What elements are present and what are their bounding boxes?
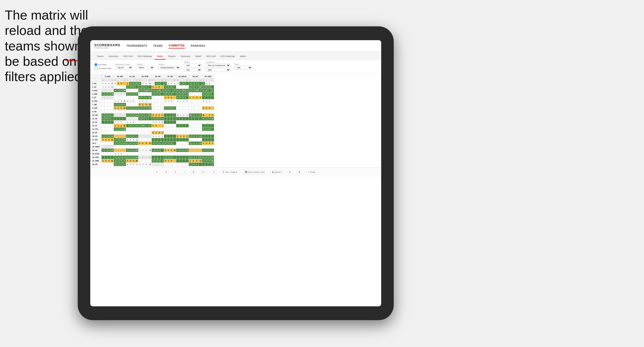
division-select[interactable]: NCAA Division I <box>158 66 180 70</box>
subnav-teams[interactable]: Teams <box>94 53 106 60</box>
matrix-cell <box>129 145 132 149</box>
wlt-ucb-dif: Dif <box>148 78 152 82</box>
matrix-cell <box>102 99 105 103</box>
nav-tournaments[interactable]: TOURNAMENTS <box>126 43 147 48</box>
wlt-ucla-w: W <box>176 78 179 82</box>
matrix-cell <box>108 121 111 124</box>
matrix-cell <box>132 103 135 106</box>
redo-button[interactable]: ↻ <box>164 170 169 174</box>
matrix-cell <box>167 117 170 121</box>
max-teams-select[interactable]: Top 25 <box>115 66 133 70</box>
matrix-cell <box>195 145 199 149</box>
subnav-h2h-grid1[interactable]: H2H Grid <box>121 53 135 60</box>
tablet-screen: SCOREBOARD Powered by clippd TOURNAMENTS… <box>90 40 381 306</box>
matrix-cell: 0 <box>182 92 185 96</box>
matrix-cell <box>185 121 189 124</box>
subnav-summary1[interactable]: Summary <box>106 53 121 60</box>
matrix-cell <box>192 110 195 113</box>
matrix-cell: 0 <box>144 85 148 89</box>
matrix-cell: 1 <box>202 92 205 96</box>
matrix-cell <box>105 96 108 99</box>
matrix-cell <box>126 89 129 92</box>
subnav-matrix2[interactable]: Matrix <box>237 53 249 60</box>
matrix-cell <box>148 92 152 96</box>
subnav-h2h-heatmap1[interactable]: H2H Heatmap <box>135 53 154 60</box>
refresh-button[interactable]: ⟳ <box>173 170 178 174</box>
matrix-container[interactable]: 3. ASU 10. UW 11. UA 22. UCB 24. UO 27. … <box>90 74 381 167</box>
col-uu: 54. UU <box>189 75 202 78</box>
wlt-uu-t: T <box>195 78 199 82</box>
matrix-cell <box>111 89 114 92</box>
compact-view-radio[interactable] <box>94 67 98 70</box>
matrix-cell: 26 <box>141 124 144 128</box>
save-custom-view-button[interactable]: 💾 Save Custom View <box>243 170 267 174</box>
view-original-button[interactable]: 👁 View: Original <box>220 170 239 174</box>
matrix-cell: 0 <box>105 92 108 96</box>
matrix-cell <box>192 138 195 142</box>
matrix-cell: 0 <box>195 159 199 163</box>
conference-select2[interactable]: (All) <box>206 68 230 72</box>
subnav-detail[interactable]: Detail <box>193 53 204 60</box>
target-button[interactable]: ⌖ <box>182 170 187 174</box>
matrix-cell <box>182 138 185 142</box>
compact-view-radio-label[interactable]: Compact View <box>94 67 111 70</box>
wlt-ua-w: W <box>126 78 129 82</box>
matrix-cell: 0 <box>195 82 199 85</box>
subnav-matrix1[interactable]: Matrix <box>154 53 166 60</box>
subnav-summary2[interactable]: Summary <box>178 53 193 60</box>
nav-teams[interactable]: TEAMS <box>153 43 163 48</box>
full-view-radio-label[interactable]: Full View <box>94 63 111 66</box>
matrix-cell: 1 <box>102 149 105 152</box>
division-filter: Division NCAA Division I <box>158 64 180 70</box>
matrix-cell: 0 <box>114 92 117 96</box>
matrix-cell: 2 <box>105 82 108 85</box>
matrix-cell <box>211 82 214 85</box>
nav-committee[interactable]: COMMITTEE <box>169 43 185 48</box>
matrix-content-area: 3. ASU 10. UW 11. UA 22. UCB 24. UO 27. … <box>90 74 381 167</box>
matrix-cell <box>158 156 161 159</box>
clock-button[interactable]: ◷ <box>211 170 216 174</box>
grid-button[interactable]: ⊞ <box>191 170 196 174</box>
wlt-ua-l: L <box>129 78 132 82</box>
layout-button[interactable]: ⊡ + <box>200 170 207 174</box>
matrix-cell: 0 <box>141 113 144 117</box>
matrix-cell: 0 <box>120 92 123 96</box>
full-view-radio[interactable] <box>94 63 98 66</box>
subnav-players[interactable]: Players <box>166 53 178 60</box>
matrix-cell: 0 <box>208 117 211 121</box>
matrix-cell: 3 <box>205 117 208 121</box>
team-select[interactable]: (All) <box>234 66 252 70</box>
matrix-cell: 1 <box>138 156 141 159</box>
matrix-cell: 2 <box>141 156 144 159</box>
undo-button[interactable]: ↺ <box>154 170 159 174</box>
matrix-cell <box>148 131 152 135</box>
subnav-h2h-heatmap2[interactable]: H2H Heatmap <box>218 53 237 60</box>
matrix-cell: 1 <box>205 106 208 110</box>
table-row: 12. UV22111022012 <box>92 121 214 124</box>
matrix-cell <box>161 82 164 85</box>
matrix-cell <box>155 163 158 166</box>
nav-rankings[interactable]: RANKINGS <box>191 43 205 48</box>
matrix-cell <box>164 117 167 121</box>
add-button[interactable]: ⊕ <box>287 170 293 174</box>
matrix-cell: 1 <box>138 124 141 128</box>
share-button[interactable]: ↗ Share <box>306 170 317 174</box>
matrix-cell <box>167 121 170 124</box>
matrix-cell <box>195 152 199 156</box>
gender-select[interactable]: Men's <box>137 66 154 70</box>
subnav-h2h-grid2[interactable]: H2H Grid <box>204 53 218 60</box>
matrix-cell: 13 <box>185 149 189 152</box>
wlt-asu-t: T <box>108 78 111 82</box>
watch-button[interactable]: ◉ Watch ▾ <box>270 170 283 174</box>
grid2-button[interactable]: ⊞ <box>297 170 302 174</box>
matrix-cell: 0 <box>126 99 129 103</box>
matrix-cell <box>161 138 164 142</box>
matrix-cell <box>148 121 152 124</box>
matrix-cell <box>111 106 114 110</box>
matrix-cell <box>185 96 189 99</box>
region-select2[interactable]: N/A <box>184 68 202 72</box>
region-select[interactable]: N/A <box>184 64 202 67</box>
wlt-ucb-w: W <box>138 78 141 82</box>
conference-select[interactable]: Pac-12 Conference <box>206 64 230 67</box>
matrix-cell <box>179 124 182 128</box>
